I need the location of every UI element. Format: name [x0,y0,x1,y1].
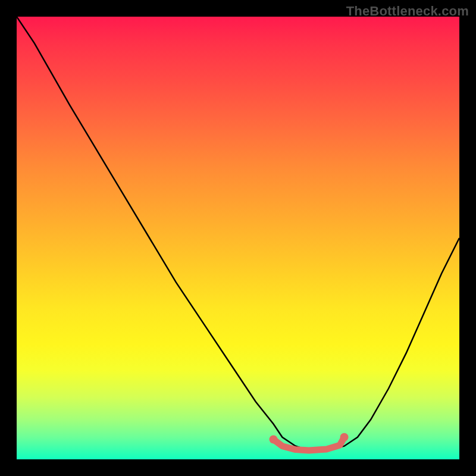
optimal-range-marker [17,17,459,459]
chart-stage: TheBottleneck.com [0,0,476,476]
svg-point-0 [270,436,278,444]
plot-area [17,17,459,459]
svg-point-1 [340,433,349,441]
branding-watermark: TheBottleneck.com [346,4,469,19]
